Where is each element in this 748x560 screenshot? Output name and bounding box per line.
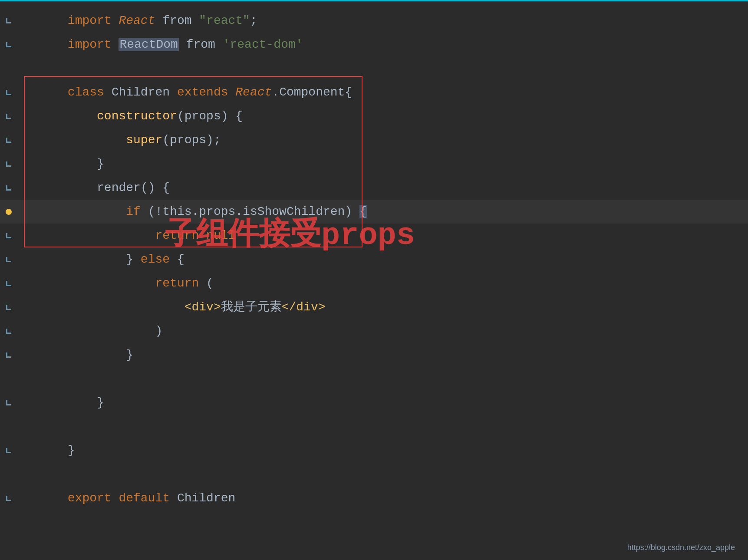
code-editor: import React from "react"; import ReactD…	[0, 0, 748, 560]
gutter-marker-4	[6, 90, 11, 95]
keyword-export: export	[68, 491, 119, 505]
string-reactdom: 'react-dom'	[223, 38, 303, 51]
gutter-marker-17	[6, 400, 11, 405]
gutter-dot-9	[6, 209, 12, 215]
gutter-marker-13	[6, 305, 11, 310]
code-line-21: export default Children	[0, 486, 748, 510]
gutter-marker-14	[6, 329, 11, 334]
gutter-marker-2	[6, 42, 11, 47]
close-brace-class: }	[68, 444, 75, 457]
indent-15: }	[68, 348, 133, 362]
code-line-15: }	[0, 343, 748, 367]
gutter-marker-19	[6, 448, 11, 453]
code-line-2: import ReactDom from 'react-dom'	[0, 33, 748, 56]
line-content-21: export default Children	[22, 462, 748, 534]
gutter-marker-7	[6, 161, 11, 167]
gutter-marker-15	[6, 352, 11, 358]
keyword-default: default	[119, 491, 177, 505]
gutter-marker-11	[6, 257, 11, 262]
gutter-marker-5	[6, 114, 11, 119]
reactdom-text: ReactDom	[119, 38, 178, 51]
gutter-marker-21	[6, 496, 11, 501]
gutter-marker-6	[6, 138, 11, 143]
bottom-url: https://blog.csdn.net/zxo_apple	[627, 543, 735, 552]
gutter-marker-10	[6, 233, 11, 238]
code-line-17: }	[0, 391, 748, 415]
keyword-import-2: import	[68, 38, 119, 51]
indent-17: }	[68, 396, 104, 409]
gutter-marker-1	[6, 18, 11, 23]
export-children: Children	[177, 491, 235, 505]
from-text-2: from	[179, 38, 223, 51]
gutter-marker-8	[6, 185, 11, 191]
code-line-19: }	[0, 438, 748, 462]
gutter-marker-12	[6, 281, 11, 286]
